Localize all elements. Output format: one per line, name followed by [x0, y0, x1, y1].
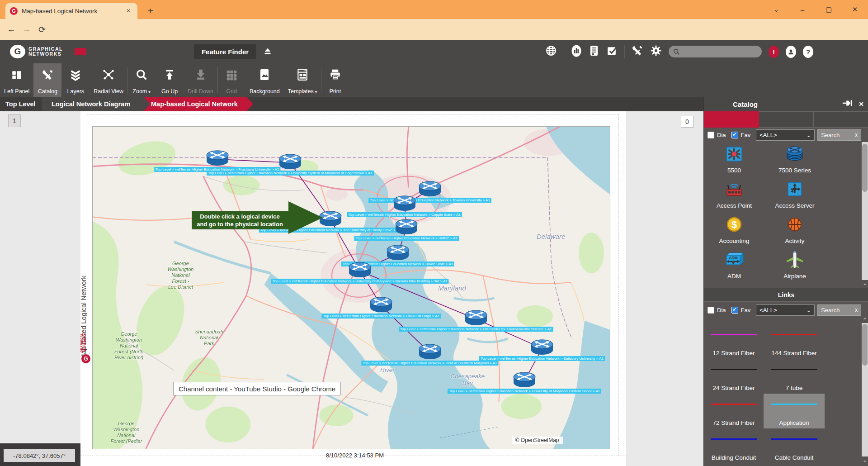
alerts-badge[interactable]: !: [769, 46, 779, 58]
global-search-input[interactable]: [669, 46, 762, 57]
toolbar-button[interactable]: Left Panel: [0, 63, 33, 97]
catalog-node-item[interactable]: Airplane: [764, 248, 825, 283]
tasks-checkbox-icon[interactable]: [606, 45, 618, 58]
toolbar-button[interactable]: Templates▾: [284, 63, 321, 97]
catalog-link-item[interactable]: Building Conduit: [704, 428, 764, 463]
links-scrollbar[interactable]: [862, 323, 868, 456]
toolbar-button[interactable]: Layers: [61, 63, 90, 97]
menu-item[interactable]: [161, 48, 173, 55]
breadcrumb-item[interactable]: Map-based Logical Network: [137, 97, 253, 111]
breadcrumb-item[interactable]: Top Level: [5, 97, 36, 111]
catalog-link-item[interactable]: 12 Strand Fiber: [704, 324, 764, 359]
catalog-node-item[interactable]: 7500 Series: [764, 142, 825, 177]
router-node[interactable]: [392, 194, 417, 213]
nodes-search-clear[interactable]: x: [855, 132, 858, 138]
toolbar-button[interactable]: Zoom▾: [127, 63, 156, 97]
forward-button[interactable]: →: [19, 22, 34, 37]
links-dia-checkbox[interactable]: [708, 307, 714, 314]
window-close-button[interactable]: ✕: [842, 0, 868, 19]
nodes-search-input[interactable]: x: [817, 129, 861, 141]
router-node[interactable]: [278, 152, 303, 171]
nodes-scroll-down-icon[interactable]: ⌄: [862, 281, 868, 285]
nodes-scrollbar[interactable]: [862, 142, 868, 280]
breadcrumb-item[interactable]: Logical Network Diagram: [42, 97, 150, 111]
catalog-node-item[interactable]: Activity: [764, 213, 825, 248]
link-color-swatch: [771, 334, 817, 335]
router-node[interactable]: [512, 371, 537, 390]
link-color-swatch: [771, 438, 817, 440]
menu-item[interactable]: [89, 48, 101, 55]
eject-icon[interactable]: [263, 47, 273, 57]
router-node[interactable]: [417, 179, 443, 198]
reports-icon[interactable]: [571, 45, 582, 59]
menu-item[interactable]: [118, 48, 130, 55]
new-tab-button[interactable]: +: [144, 4, 157, 18]
router-node[interactable]: [394, 217, 419, 236]
toolbar-button[interactable]: Grid: [217, 63, 245, 97]
map-attribution[interactable]: © OpenStreetMap: [512, 437, 563, 444]
catalog-tab[interactable]: [704, 111, 759, 128]
toolbar-button[interactable]: Drill Down: [184, 63, 217, 97]
menu-item[interactable]: [147, 48, 159, 55]
catalog-node-item[interactable]: 5500: [704, 142, 764, 177]
tab-close-icon[interactable]: ✕: [124, 7, 133, 15]
catalog-link-item[interactable]: 144 Strand Fiber: [764, 324, 825, 359]
admin-tools-icon[interactable]: [632, 45, 643, 58]
browser-tab[interactable]: G Map-based Logical Network ✕: [5, 3, 137, 19]
toolbar-button[interactable]: Catalog: [33, 63, 61, 97]
page-number-left: 1: [8, 114, 21, 127]
catalog-link-item[interactable]: Application: [764, 394, 825, 428]
links-fav-checkbox[interactable]: [731, 307, 738, 314]
back-button[interactable]: ←: [4, 22, 19, 37]
pin-icon[interactable]: [842, 100, 852, 109]
router-node[interactable]: [347, 261, 373, 280]
global-search-field[interactable]: [683, 48, 755, 55]
toolbar-button[interactable]: Go Up: [156, 63, 184, 97]
router-node[interactable]: [385, 243, 410, 262]
dia-checkbox[interactable]: [708, 132, 714, 138]
links-scroll-down-icon[interactable]: ⌄: [862, 458, 868, 462]
nodes-type-select[interactable]: <ALL>⌄: [756, 129, 815, 141]
fav-checkbox[interactable]: [731, 132, 738, 138]
catalog-link-item[interactable]: 24 Strand Fiber: [704, 359, 764, 394]
links-search-input[interactable]: x: [817, 304, 861, 316]
links-scroll-up-icon[interactable]: ⌃: [862, 318, 868, 323]
catalog-link-item[interactable]: 72 Strand Fiber: [704, 394, 764, 428]
toolbar-button[interactable]: Radial View: [90, 63, 127, 97]
catalog-node-item[interactable]: ADM ADM: [704, 248, 764, 283]
links-search-clear[interactable]: x: [855, 307, 858, 313]
links-type-select[interactable]: <ALL>⌄: [756, 304, 815, 316]
map-area-label: GeorgeWashingtonNationalForest -Lee Dist…: [168, 260, 194, 290]
inventory-icon[interactable]: [589, 45, 599, 58]
router-node[interactable]: [463, 309, 489, 328]
globe-icon[interactable]: [545, 45, 557, 58]
catalog-node-item[interactable]: Access Server: [764, 177, 825, 213]
router-node[interactable]: [205, 149, 230, 168]
router-node[interactable]: [529, 338, 555, 357]
map-view[interactable]: GeorgeWashingtonNationalForest -Lee Dist…: [92, 126, 610, 449]
menu-item[interactable]: [104, 48, 115, 55]
tab-search-icon[interactable]: ⌄: [763, 0, 789, 19]
menu-item[interactable]: [132, 48, 144, 55]
catalog-tab[interactable]: [759, 111, 814, 128]
reload-button[interactable]: ⟳: [34, 22, 50, 37]
router-node[interactable]: [368, 295, 394, 314]
menu-item[interactable]: [75, 48, 86, 55]
catalog-node-item[interactable]: $ Accounting: [704, 213, 764, 248]
user-account-icon[interactable]: [786, 46, 796, 58]
help-icon[interactable]: ?: [803, 46, 813, 58]
catalog-link-item[interactable]: 7 tube: [764, 359, 825, 394]
menu-item[interactable]: [176, 48, 188, 55]
window-minimize-button[interactable]: –: [789, 0, 816, 19]
catalog-node-item[interactable]: Access Point: [704, 177, 764, 213]
diagram-canvas[interactable]: 1 0 -78.0842°, 37.6057° Map-based Logica…: [0, 111, 703, 466]
toolbar-button[interactable]: Background: [245, 63, 284, 97]
router-node[interactable]: [417, 342, 443, 361]
window-maximize-button[interactable]: ▢: [816, 0, 842, 19]
catalog-tab[interactable]: [814, 111, 868, 128]
feature-finder-button[interactable]: Feature Finder: [194, 44, 256, 59]
toolbar-button[interactable]: Print: [321, 63, 349, 97]
catalog-close-icon[interactable]: ✕: [859, 100, 864, 108]
settings-gear-icon[interactable]: [650, 45, 662, 58]
catalog-link-item[interactable]: Cable Conduit: [764, 428, 825, 463]
